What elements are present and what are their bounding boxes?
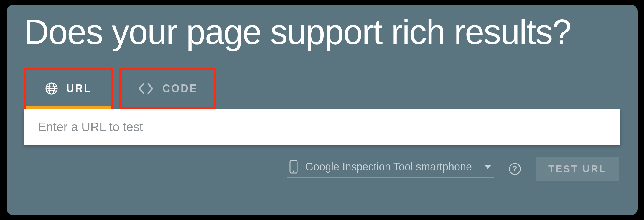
test-url-button[interactable]: TEST URL: [536, 157, 619, 181]
code-icon: [138, 83, 154, 94]
url-input[interactable]: [38, 120, 606, 134]
tab-url[interactable]: URL: [24, 68, 113, 109]
url-field-wrapper: [24, 109, 620, 145]
tab-url-label: URL: [66, 82, 92, 95]
rich-results-panel: Does your page support rich results? URL: [7, 5, 638, 215]
crawler-selected-label: Google Inspection Tool smartphone: [305, 161, 472, 173]
help-icon[interactable]: ?: [509, 163, 521, 175]
crawler-select[interactable]: Google Inspection Tool smartphone: [287, 160, 494, 178]
svg-point-4: [293, 170, 294, 172]
globe-icon: [45, 82, 58, 95]
footer-row: Google Inspection Tool smartphone ? TEST…: [24, 157, 620, 181]
tab-code-label: CODE: [162, 82, 198, 95]
chevron-down-icon: [484, 165, 491, 169]
page-title: Does your page support rich results?: [24, 13, 620, 51]
input-mode-tabs: URL CODE: [24, 68, 620, 109]
smartphone-icon: [289, 160, 298, 174]
tab-code[interactable]: CODE: [119, 68, 216, 109]
